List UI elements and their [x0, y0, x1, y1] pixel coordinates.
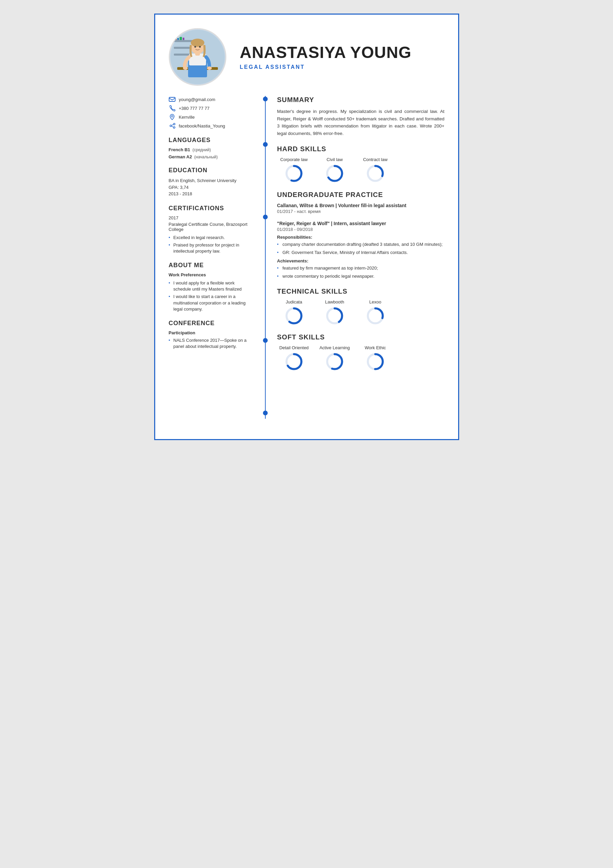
skill-circle-lawbooth	[325, 307, 344, 325]
conference-title: CONFERENCE	[169, 320, 254, 327]
conference-bullet-1: NALS Conference 2017—Spoke on a panel ab…	[169, 337, 254, 350]
skill-circle-ethic	[366, 352, 385, 371]
education-years: 2013 - 2018	[169, 191, 254, 197]
svg-point-20	[170, 125, 172, 127]
skill-lexoo: Lexoo	[359, 299, 392, 325]
languages-title: LANGUAGES	[169, 136, 254, 144]
timeline-dot-3	[263, 215, 268, 219]
education-gpa: GPA: 3,74	[169, 184, 254, 191]
skill-circle-judicata	[285, 307, 303, 325]
svg-rect-5	[177, 38, 179, 40]
location-icon	[169, 113, 175, 120]
hard-skills-grid: Corporate law Civil law	[277, 157, 444, 183]
skill-label-civil: Civil law	[327, 157, 343, 162]
contact-section: young@gmail.com +380 777 77 77	[169, 96, 254, 129]
svg-point-15	[199, 46, 201, 48]
cert-bullet-1: Excelled in legal research.	[169, 235, 254, 241]
about-section: ABOUT ME Work Preferences I would apply …	[169, 262, 254, 312]
timeline-dot-2	[263, 142, 268, 147]
left-column: young@gmail.com +380 777 77 77	[169, 96, 260, 419]
resp-bullet-2: GR: Goverment Tax Service, Ministry of I…	[277, 249, 444, 256]
header: ANASTASIYA YOUNG LEGAL ASSISTANT	[169, 28, 444, 86]
soft-skills-section: SOFT SKILLS Detail Oriented Active Learn…	[277, 333, 444, 371]
svg-rect-4	[175, 37, 176, 40]
phone-icon	[169, 105, 175, 112]
practice-section: UNDERGRADUATE PRACTICE Callanan, Wiltse …	[277, 191, 444, 279]
right-column: SUMMARY Master's degree in progress. My …	[271, 96, 444, 419]
contact-location: Kerrville	[169, 113, 254, 120]
skill-judicata: Judicata	[277, 299, 311, 325]
hard-skills-section: HARD SKILLS Corporate law Civil law	[277, 145, 444, 183]
skill-label-detail: Detail Oriented	[279, 345, 309, 350]
skill-label-judicata: Judicata	[286, 299, 302, 304]
svg-point-16	[183, 67, 188, 70]
main-layout: young@gmail.com +380 777 77 77	[169, 96, 444, 419]
social-value: facebook/Nastia_Young	[179, 123, 225, 129]
timeline-dot-1	[263, 97, 268, 101]
resp-bullet-1: company charter documentation drafting (…	[277, 241, 444, 248]
svg-point-22	[173, 127, 175, 129]
skill-label-lawbooth: Lawbooth	[325, 299, 344, 304]
skill-civil-law: Civil law	[318, 157, 352, 183]
achievements-list: featured by firm management as top inter…	[277, 265, 444, 279]
svg-point-14	[194, 46, 196, 48]
skill-active-learning: Active Learning	[318, 345, 352, 371]
summary-title: SUMMARY	[277, 96, 444, 104]
practice-org-1: Callanan, Wiltse & Brown | Volunteer fil…	[277, 203, 444, 208]
skill-work-ethic: Work Ethic	[359, 345, 392, 371]
certifications-title: CERTIFICATIONS	[169, 205, 254, 212]
skill-label-corporate: Corporate law	[280, 157, 308, 162]
about-bullets: I would apply for a flexible work schedu…	[169, 280, 254, 312]
svg-rect-18	[169, 97, 175, 101]
timeline-dot-4	[263, 338, 268, 343]
about-title: ABOUT ME	[169, 262, 254, 269]
svg-rect-6	[180, 37, 182, 40]
resume-container: ANASTASIYA YOUNG LEGAL ASSISTANT young@g…	[154, 14, 459, 440]
location-value: Kerrville	[179, 115, 195, 120]
technical-skills-grid: Judicata Lawbooth Le	[277, 299, 444, 325]
soft-skills-title: SOFT SKILLS	[277, 333, 444, 341]
responsibilities-label: Responsibilities:	[277, 235, 444, 240]
svg-point-17	[207, 67, 212, 70]
ach-bullet-2: wrote commentary to periodic legal newsp…	[277, 273, 444, 280]
education-degree: BA in English, Schreiner University	[169, 177, 254, 184]
skill-label-active: Active Learning	[320, 345, 350, 350]
practice-entry-2: "Reiger, Reiger & Wolf" | Intern, assist…	[277, 221, 444, 279]
summary-section: SUMMARY Master's degree in progress. My …	[277, 96, 444, 137]
language-french: French B1 (средний)	[169, 147, 254, 152]
skill-circle-lexoo	[366, 307, 385, 325]
skill-corporate-law: Corporate law	[277, 157, 311, 183]
cert-bullet-2: Praised by professor for project in inte…	[169, 242, 254, 254]
achievements-label: Achievements:	[277, 258, 444, 264]
timeline	[260, 96, 271, 419]
svg-line-23	[172, 124, 173, 126]
skill-detail-oriented: Detail Oriented	[277, 345, 311, 371]
about-bullet-1: I would apply for a flexible work schedu…	[169, 280, 254, 292]
education-title: EDUCATION	[169, 167, 254, 174]
practice-org-2: "Reiger, Reiger & Wolf" | Intern, assist…	[277, 221, 444, 226]
skill-circle-corporate	[285, 164, 303, 183]
avatar	[169, 28, 226, 86]
skill-label-contract: Contract law	[363, 157, 387, 162]
education-section: EDUCATION BA in English, Schreiner Unive…	[169, 167, 254, 197]
contact-phone: +380 777 77 77	[169, 105, 254, 112]
about-subtitle: Work Preferences	[169, 272, 254, 277]
skill-circle-contract	[366, 164, 385, 183]
skill-label-lexoo: Lexoo	[369, 299, 381, 304]
contact-social: facebook/Nastia_Young	[169, 122, 254, 129]
about-bullet-2: I would like to start a career in a mult…	[169, 294, 254, 312]
cert-year: 2017	[169, 215, 254, 220]
soft-skills-grid: Detail Oriented Active Learning	[277, 345, 444, 371]
responsibilities-list: company charter documentation drafting (…	[277, 241, 444, 256]
timeline-dot-5	[263, 411, 268, 415]
svg-point-13	[191, 39, 204, 47]
conference-section: CONFERENCE Participation NALS Conference…	[169, 320, 254, 350]
contact-email: young@gmail.com	[169, 96, 254, 103]
hard-skills-title: HARD SKILLS	[277, 145, 444, 153]
social-icon	[169, 122, 175, 129]
email-icon	[169, 96, 175, 103]
svg-point-21	[173, 123, 175, 125]
summary-text: Master's degree in progress. My speciali…	[277, 108, 444, 137]
svg-line-24	[172, 126, 173, 127]
language-german: German A2 (начальный)	[169, 154, 254, 160]
